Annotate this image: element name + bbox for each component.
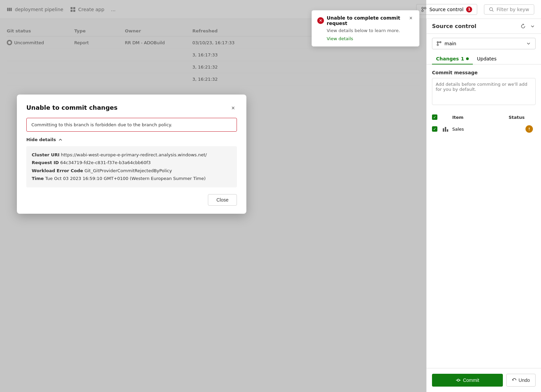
item-row: ✓ Sales bbox=[432, 123, 536, 135]
svg-point-22 bbox=[529, 130, 530, 131]
modal-header: Unable to commit changes × bbox=[26, 104, 237, 112]
commit-message-section: Commit message bbox=[427, 64, 541, 112]
toast-view-details-link[interactable]: View details bbox=[327, 36, 353, 41]
undo-btn-label: Undo bbox=[519, 377, 530, 383]
details-box: Cluster URI https://wabi-west-europe-e-p… bbox=[26, 146, 237, 187]
svg-rect-19 bbox=[447, 129, 448, 132]
workload-error-row: Workload Error Code Git_GitProviderCommi… bbox=[32, 167, 232, 175]
chevron-up-icon bbox=[58, 137, 63, 142]
modal-footer: Close bbox=[26, 194, 237, 206]
status-col-label: Status bbox=[509, 115, 536, 120]
tabs: Changes 1 Updates bbox=[427, 53, 541, 64]
hide-details-label: Hide details bbox=[26, 137, 56, 142]
items-section: ✓ Item Status ✓ Sales bbox=[427, 112, 541, 368]
select-all-checkbox[interactable]: ✓ bbox=[432, 114, 437, 120]
check-mark: ✓ bbox=[433, 127, 436, 131]
source-control-label: Source control bbox=[429, 7, 463, 12]
toast-error-icon: ✕ bbox=[317, 17, 324, 24]
toast-title-row: ✕ Unable to complete commit request bbox=[317, 15, 408, 26]
panel-title: Source control bbox=[432, 23, 477, 29]
undo-button[interactable]: Undo bbox=[506, 374, 536, 387]
request-id-row: Request ID 64c34719-fd2e-c831-f37e-b3a64… bbox=[32, 159, 232, 166]
request-id-val-text: 64c34719-fd2e-c831-f37e-b3a64cbb60f3 bbox=[60, 160, 151, 165]
check-mark: ✓ bbox=[433, 115, 436, 120]
svg-rect-17 bbox=[443, 128, 444, 132]
request-id-key: Request ID bbox=[32, 160, 59, 165]
item-checkbox[interactable]: ✓ bbox=[432, 126, 437, 132]
tab-changes-label: Changes bbox=[436, 56, 459, 61]
modal-dialog: Unable to commit changes × Committing to… bbox=[17, 95, 246, 214]
item-status-icon bbox=[525, 125, 533, 133]
time-key: Time bbox=[32, 176, 44, 181]
panel-header: Source control bbox=[427, 19, 541, 34]
toast-header: ✕ Unable to complete commit request × bbox=[317, 15, 414, 26]
cluster-uri-val-text: https://wabi-west-europe-e-primary-redir… bbox=[61, 152, 207, 157]
commit-message-input[interactable] bbox=[432, 78, 536, 105]
panel-footer: Commit Undo bbox=[427, 368, 541, 392]
close-button[interactable]: Close bbox=[208, 194, 237, 206]
filter-button[interactable]: Filter by keyw bbox=[484, 4, 534, 15]
commit-icon bbox=[456, 377, 461, 383]
workload-error-key: Workload Error Code bbox=[32, 168, 83, 173]
commit-message-label: Commit message bbox=[432, 70, 536, 75]
right-panel: Source control main bbox=[426, 19, 541, 392]
hide-details-toggle[interactable]: Hide details bbox=[26, 137, 237, 142]
items-header: ✓ Item Status bbox=[432, 112, 536, 123]
bar-chart-icon bbox=[442, 126, 449, 132]
tab-updates[interactable]: Updates bbox=[473, 53, 501, 64]
branch-icon bbox=[436, 41, 442, 46]
modal-title: Unable to commit changes bbox=[26, 104, 117, 111]
tab-changes[interactable]: Changes 1 bbox=[432, 53, 473, 64]
error-text: Committing to this branch is forbidden d… bbox=[31, 122, 172, 127]
toast-notification: ✕ Unable to complete commit request × Vi… bbox=[312, 10, 420, 47]
svg-point-14 bbox=[437, 44, 438, 46]
svg-line-11 bbox=[492, 10, 494, 11]
item-name: Sales bbox=[452, 127, 525, 132]
tab-changes-count: 1 bbox=[461, 56, 464, 61]
toast-body: View details below to learn more. bbox=[327, 28, 414, 33]
branch-inner: main bbox=[436, 41, 456, 46]
svg-point-23 bbox=[457, 379, 459, 381]
chevron-down-icon bbox=[526, 41, 531, 46]
svg-point-10 bbox=[490, 7, 493, 10]
undo-icon bbox=[512, 378, 517, 383]
branch-name: main bbox=[444, 41, 456, 46]
panel-icons bbox=[520, 23, 536, 29]
error-message-box: Committing to this branch is forbidden d… bbox=[26, 118, 237, 132]
workload-error-val-text: Git_GitProviderCommitRejectedByPolicy bbox=[84, 168, 172, 173]
search-icon bbox=[489, 7, 494, 12]
toast-title: Unable to complete commit request bbox=[327, 15, 408, 26]
commit-button[interactable]: Commit bbox=[432, 374, 503, 387]
branch-selector[interactable]: main bbox=[432, 38, 536, 49]
modal-close-button[interactable]: × bbox=[229, 104, 237, 112]
svg-rect-18 bbox=[445, 127, 446, 132]
commit-btn-label: Commit bbox=[463, 377, 479, 383]
source-control-badge: 1 bbox=[466, 6, 472, 12]
refresh-icon[interactable] bbox=[520, 23, 526, 29]
time-row: Time Tue Oct 03 2023 16:59:10 GMT+0100 (… bbox=[32, 175, 232, 182]
tab-updates-label: Updates bbox=[477, 56, 496, 61]
item-col-label: Item bbox=[452, 115, 509, 120]
time-val-text: Tue Oct 03 2023 16:59:10 GMT+0100 (Weste… bbox=[45, 176, 206, 181]
filter-label: Filter by keyw bbox=[496, 7, 529, 12]
cluster-uri-key: Cluster URI bbox=[32, 152, 59, 157]
collapse-icon[interactable] bbox=[530, 23, 536, 29]
tab-dot bbox=[466, 57, 469, 60]
cluster-uri-row: Cluster URI https://wabi-west-europe-e-p… bbox=[32, 151, 232, 159]
toast-close-button[interactable]: × bbox=[408, 15, 414, 21]
